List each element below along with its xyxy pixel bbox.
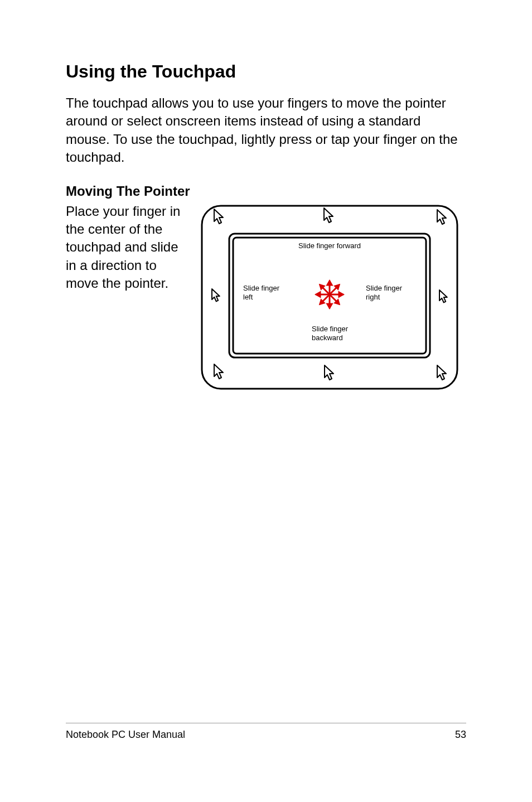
footer-divider <box>66 723 466 723</box>
section-heading: Using the Touchpad <box>66 61 466 82</box>
label-back-line2: backward <box>312 334 343 342</box>
label-back-line1: Slide finger <box>312 325 349 333</box>
subsection-heading: Moving The Pointer <box>66 183 466 199</box>
page-number: 53 <box>455 729 466 741</box>
label-right-line1: Slide finger <box>366 284 403 292</box>
label-right-line2: right <box>366 293 380 301</box>
content-row: Place your finger in the center of the t… <box>66 202 466 392</box>
label-forward: Slide finger forward <box>298 241 361 250</box>
label-left-line2: left <box>243 293 253 301</box>
touchpad-diagram: Slide finger forward Slide finger left S… <box>199 202 461 392</box>
page: Using the Touchpad The touchpad allows y… <box>0 0 532 802</box>
page-footer: Notebook PC User Manual 53 <box>66 723 466 741</box>
left-instruction-text: Place your finger in the center of the t… <box>66 202 188 293</box>
label-left-line1: Slide finger <box>243 284 280 292</box>
footer-left-text: Notebook PC User Manual <box>66 729 185 741</box>
svg-marker-15 <box>327 304 332 308</box>
svg-marker-11 <box>327 281 332 285</box>
svg-marker-17 <box>316 292 320 297</box>
svg-marker-13 <box>339 292 343 297</box>
intro-paragraph: The touchpad allows you to use your fing… <box>66 94 466 167</box>
